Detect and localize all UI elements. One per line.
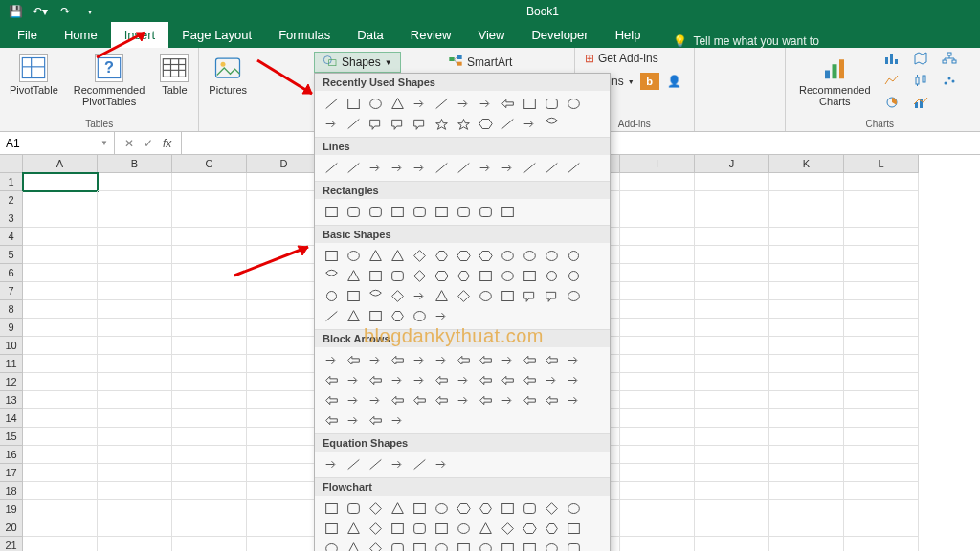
shape-item[interactable] (498, 287, 517, 304)
shape-item[interactable] (498, 371, 517, 388)
cell[interactable] (695, 209, 769, 228)
shape-item[interactable] (410, 247, 429, 264)
shape-item[interactable] (322, 159, 341, 176)
shape-item[interactable] (410, 115, 429, 132)
shape-item[interactable] (454, 115, 473, 132)
shape-item[interactable] (564, 499, 583, 517)
shape-item[interactable] (388, 267, 407, 284)
cell[interactable] (844, 246, 919, 264)
shape-item[interactable] (388, 519, 407, 537)
get-addins-button[interactable]: ⊞ Get Add-ins (585, 52, 684, 65)
enter-icon[interactable]: ✓ (144, 137, 153, 150)
shape-item[interactable] (432, 455, 451, 473)
shape-item[interactable] (322, 391, 341, 408)
shape-item[interactable] (366, 455, 385, 473)
shape-item[interactable] (322, 95, 341, 112)
cell[interactable] (769, 337, 844, 355)
cell[interactable] (769, 464, 844, 482)
cell[interactable] (247, 173, 322, 191)
cell[interactable] (172, 209, 247, 228)
cell[interactable] (172, 500, 247, 518)
cell[interactable] (98, 373, 172, 391)
shape-item[interactable] (542, 371, 561, 388)
cell[interactable] (23, 373, 98, 391)
cell[interactable] (172, 518, 247, 537)
cell[interactable] (23, 482, 98, 500)
shape-item[interactable] (366, 307, 385, 324)
row-header[interactable]: 5 (0, 246, 23, 264)
cell[interactable] (620, 409, 695, 428)
shape-item[interactable] (564, 391, 583, 408)
cell[interactable] (695, 246, 769, 264)
shape-item[interactable] (542, 115, 561, 132)
cell[interactable] (620, 537, 695, 551)
shape-item[interactable] (410, 371, 429, 388)
cell[interactable] (172, 482, 247, 500)
shape-item[interactable] (366, 519, 385, 537)
column-header[interactable]: D (247, 155, 322, 173)
cell[interactable] (620, 391, 695, 409)
shape-item[interactable] (410, 159, 429, 176)
shape-item[interactable] (322, 267, 341, 284)
shape-item[interactable] (454, 391, 473, 408)
cell[interactable] (844, 264, 919, 282)
shape-item[interactable] (322, 540, 341, 551)
cell[interactable] (695, 300, 769, 319)
shape-item[interactable] (542, 519, 561, 537)
shape-item[interactable] (564, 247, 583, 264)
cell[interactable] (172, 537, 247, 551)
cell[interactable] (695, 191, 769, 209)
shape-item[interactable] (432, 307, 451, 324)
cell[interactable] (172, 373, 247, 391)
shape-item[interactable] (388, 351, 407, 368)
cell[interactable] (769, 209, 844, 228)
row-header[interactable]: 7 (0, 282, 23, 300)
cell[interactable] (247, 282, 322, 300)
cell[interactable] (98, 191, 172, 209)
shape-item[interactable] (410, 455, 429, 473)
shape-item[interactable] (388, 499, 407, 517)
cell[interactable] (98, 409, 172, 428)
shape-item[interactable] (366, 95, 385, 112)
shape-item[interactable] (366, 411, 385, 429)
shape-item[interactable] (520, 95, 539, 112)
shape-item[interactable] (410, 540, 429, 551)
cell[interactable] (98, 264, 172, 282)
redo-icon[interactable]: ↷ (56, 2, 75, 21)
cell[interactable] (98, 464, 172, 482)
shape-item[interactable] (366, 115, 385, 132)
shape-item[interactable] (388, 371, 407, 388)
line-chart-icon[interactable] (884, 74, 900, 87)
cell[interactable] (769, 518, 844, 537)
shape-item[interactable] (366, 247, 385, 264)
row-header[interactable]: 18 (0, 482, 23, 500)
shape-item[interactable] (432, 247, 451, 264)
shape-item[interactable] (432, 499, 451, 517)
shape-item[interactable] (476, 115, 495, 132)
shape-item[interactable] (476, 95, 495, 112)
cell[interactable] (172, 173, 247, 191)
shape-item[interactable] (388, 411, 407, 429)
cell[interactable] (844, 500, 919, 518)
column-header[interactable]: J (695, 155, 769, 173)
map-chart-icon[interactable] (913, 52, 928, 65)
cell[interactable] (695, 228, 769, 246)
shape-item[interactable] (432, 115, 451, 132)
cell[interactable] (769, 246, 844, 264)
shape-item[interactable] (410, 287, 429, 304)
shape-item[interactable] (432, 371, 451, 388)
cell[interactable] (98, 391, 172, 409)
shape-item[interactable] (564, 371, 583, 388)
cell[interactable] (769, 173, 844, 191)
shape-item[interactable] (520, 540, 539, 551)
shape-item[interactable] (498, 203, 517, 220)
cell[interactable] (172, 300, 247, 319)
shape-item[interactable] (542, 540, 561, 551)
cell[interactable] (172, 191, 247, 209)
shape-item[interactable] (366, 540, 385, 551)
cell[interactable] (695, 355, 769, 373)
cell[interactable] (98, 500, 172, 518)
qat-customize-icon[interactable]: ▾ (80, 2, 100, 21)
cell[interactable] (844, 482, 919, 500)
cell[interactable] (247, 518, 322, 537)
